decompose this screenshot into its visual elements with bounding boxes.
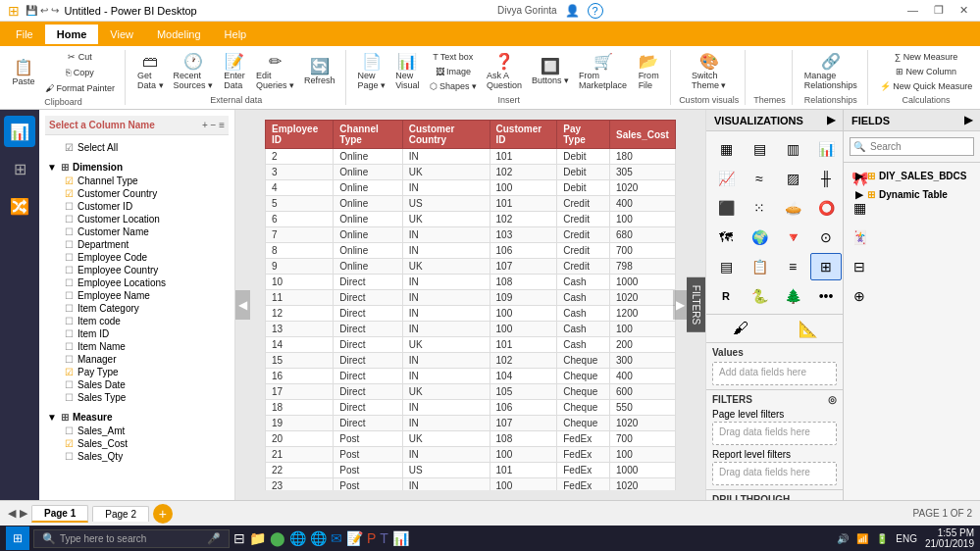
from-file-button[interactable]: 📂FromFile [633,52,664,92]
item-id-item[interactable]: ☐ Item ID [45,327,229,340]
employee-locations-item[interactable]: ☐ Employee Locations [45,276,229,289]
col-customer-country[interactable]: Customer Country [402,121,490,149]
data-view-icon[interactable]: ⊞ [4,153,35,184]
manage-relationships-button[interactable]: 🔗ManageRelationships [800,52,861,92]
sales-qty-item[interactable]: ☐ Sales_Qty [45,450,229,463]
format-button[interactable]: 🖌 [706,315,775,342]
add-page-button[interactable]: + [153,504,173,524]
customer-location-item[interactable]: ☐ Customer Location [45,213,229,225]
viz-stacked-area[interactable]: ▨ [777,165,808,192]
powerbi-icon[interactable]: 📊 [392,530,409,546]
select-all-item[interactable]: ☑ Select All [45,141,229,154]
dimension-toggle[interactable]: ▼ [47,162,57,173]
viz-decomp[interactable]: 🌲 [777,282,808,310]
viz-panel-toggle[interactable]: ▶ [827,114,835,126]
recent-sources-button[interactable]: 🕐RecentSources ▾ [170,52,218,92]
viz-more[interactable]: ••• [810,282,842,310]
customer-country-item[interactable]: ☑ Customer Country [45,187,229,200]
channel-type-item[interactable]: ☑ Channel Type [45,175,229,187]
item-code-item[interactable]: ☐ Item code [45,315,229,327]
start-button[interactable]: ⊞ [6,526,29,550]
employee-name-item[interactable]: ☐ Employee Name [45,289,229,302]
edit-queries-button[interactable]: ✏EditQueries ▾ [252,52,298,92]
viz-donut[interactable]: ⭕ [810,194,842,222]
ie-icon[interactable]: 🌐 [310,530,327,546]
report-view-icon[interactable]: 📊 [4,116,35,147]
tab-view[interactable]: View [98,25,145,44]
image-button[interactable]: 🖼 Image [426,65,482,78]
customer-name-item[interactable]: ☐ Customer Name [45,225,229,238]
tab-modeling[interactable]: Modeling [145,25,213,44]
col-channel-type[interactable]: Channel Type [334,121,402,149]
new-column-button[interactable]: ⊞ New Column [876,65,977,78]
page-level-drop-zone[interactable]: Drag data fields here [712,422,837,445]
new-measure-button[interactable]: ∑ New Measure [876,50,977,64]
customer-id-item[interactable]: ☐ Customer ID [45,200,229,213]
edge-icon[interactable]: 🌐 [289,530,306,546]
sales-amt-item[interactable]: ☐ Sales_Amt [45,425,229,437]
tab-help[interactable]: Help [213,25,259,44]
window-controls[interactable]: — ❐ ✕ [903,4,972,17]
tab-home[interactable]: Home [45,25,99,44]
task-view-icon[interactable]: ⊟ [233,530,245,546]
page-nav-left[interactable]: ◀ [8,507,16,520]
viz-table[interactable]: ⊞ [810,253,842,280]
outlook-icon[interactable]: ✉ [331,530,342,546]
refresh-button[interactable]: 🔄Refresh [300,57,339,87]
col-sales-cost[interactable]: Sales_Cost [610,121,676,149]
help-icon[interactable]: ? [588,3,603,19]
cut-button[interactable]: ✂ Cut [41,50,119,64]
onenote-icon[interactable]: 📝 [346,530,363,546]
format-painter-button[interactable]: 🖌 Format Painter [41,81,119,95]
page-1-tab[interactable]: Page 1 [31,505,88,523]
sales-type-item[interactable]: ☐ Sales Type [45,391,229,404]
diy-sales-header[interactable]: ▶ ⊞ DIY_SALES_BDCS [850,169,974,183]
viz-line[interactable]: 📈 [710,165,742,192]
teams-icon[interactable]: T [380,530,388,546]
switch-theme-button[interactable]: 🎨SwitchTheme ▾ [688,52,731,92]
viz-r[interactable]: R [710,282,742,310]
fields-search-input[interactable] [850,137,974,156]
viz-area[interactable]: ≈ [744,165,775,192]
chrome-icon[interactable]: ⬤ [270,530,285,546]
viz-clustered-bar[interactable]: ▤ [744,135,775,163]
filters-sidebar-tab[interactable]: FILTERS [687,277,705,332]
pay-type-item[interactable]: ☑ Pay Type [45,366,229,378]
shapes-button[interactable]: ⬡ Shapes ▾ [426,79,482,93]
viz-waterfall[interactable]: ⬛ [710,194,742,222]
viz-gauge[interactable]: ⊙ [810,224,842,251]
page-2-tab[interactable]: Page 2 [92,506,149,522]
viz-stacked-col[interactable]: ▥ [777,135,808,163]
employee-code-item[interactable]: ☐ Employee Code [45,251,229,264]
item-name-item[interactable]: ☐ Item Name [45,340,229,353]
col-customer-id[interactable]: Customer ID [490,121,557,149]
taskbar-search[interactable]: 🔍 Type here to search 🎤 [33,529,230,548]
measure-toggle[interactable]: ▼ [47,412,57,423]
viz-scatter[interactable]: ⁙ [744,194,775,222]
col-pay-type[interactable]: Pay Type [557,121,610,149]
sales-date-item[interactable]: ☐ Sales Date [45,378,229,391]
viz-kpi[interactable]: 📋 [744,253,775,280]
marketplace-button[interactable]: 🛒FromMarketplace [575,52,631,92]
tab-file[interactable]: File [4,25,45,44]
viz-python[interactable]: 🐍 [744,282,775,310]
item-category-item[interactable]: ☐ Item Category [45,302,229,315]
viz-slicer[interactable]: ≡ [777,253,808,280]
maximize-button[interactable]: ❐ [930,4,948,17]
viz-clustered-col[interactable]: 📊 [810,135,842,163]
viz-multirow-card[interactable]: ▤ [710,253,742,280]
viz-funnel[interactable]: 🔻 [777,224,808,251]
ask-question-button[interactable]: ❓Ask AQuestion [483,52,526,92]
col-employee-id[interactable]: Employee ID [266,121,334,149]
dimension-header[interactable]: ▼ ⊞ Dimension [45,160,229,175]
new-page-button[interactable]: 📄NewPage ▾ [354,52,390,92]
powerpoint-icon[interactable]: P [367,530,376,546]
sales-cost-item[interactable]: ☑ Sales_Cost [45,437,229,450]
buttons-button[interactable]: 🔲Buttons ▾ [528,57,573,87]
model-view-icon[interactable]: 🔀 [4,190,35,222]
select-all-checkbox[interactable]: ☑ [65,142,74,153]
new-visual-button[interactable]: 📊NewVisual [391,52,423,92]
viz-filled-map[interactable]: 🌍 [744,224,775,251]
viz-line-bar[interactable]: ╫ [810,165,842,192]
dynamic-table-header[interactable]: ▶ ⊞ Dynamic Table [850,187,974,202]
